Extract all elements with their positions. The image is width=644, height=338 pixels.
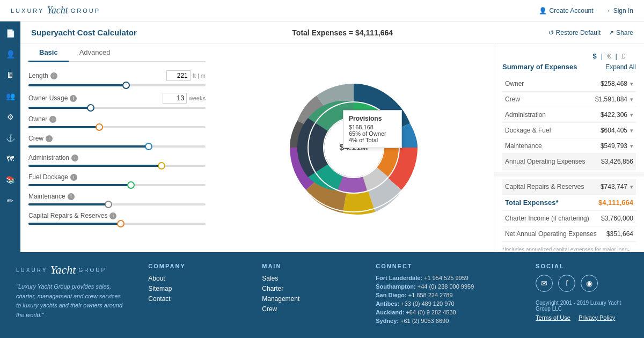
sidebar-icon-calculator[interactable]: 🖩 xyxy=(4,69,17,82)
footer-connect-locations: Fort Lauderdale: +1 954 525 9959Southamp… xyxy=(376,275,514,324)
currency-gbp[interactable]: £ xyxy=(621,52,625,60)
slider-thumb-6[interactable] xyxy=(105,201,112,208)
create-account-label: Create Account xyxy=(550,7,594,14)
slider-row-2: Owner i xyxy=(28,115,206,128)
summary-row-value-3: $604,405 xyxy=(601,127,627,134)
summary-chevron-icon-0[interactable]: ▾ xyxy=(630,80,633,87)
summary-row-value-0: $258,468 xyxy=(601,80,627,87)
chart-tooltip: Provisions $168,168 65% of Owner 4% of T… xyxy=(343,110,402,148)
connect-city-2: San Diego: xyxy=(376,292,406,298)
slider-row-4: Administration i xyxy=(28,154,206,167)
currency-usd[interactable]: $ xyxy=(593,52,597,60)
info-icon-6[interactable]: i xyxy=(68,193,75,200)
slider-thumb-5[interactable] xyxy=(127,181,135,189)
info-icon-7[interactable]: i xyxy=(109,212,116,219)
email-icon[interactable]: ✉ xyxy=(536,275,553,292)
slider-thumb-4[interactable] xyxy=(158,162,165,170)
slider-track-7[interactable] xyxy=(28,223,206,225)
summary-header: Summary of Expenses Expand All xyxy=(502,63,636,71)
create-account-button[interactable]: 👤 Create Account xyxy=(539,7,594,14)
slider-track-3[interactable] xyxy=(28,145,206,148)
connect-location-3: Antibes: +33 (0) 489 120 970 xyxy=(376,300,514,307)
footer-company-link-2[interactable]: Contact xyxy=(148,295,240,303)
summary-row-label-1: Crew xyxy=(505,95,520,103)
total-label: Total Expenses* xyxy=(505,199,558,207)
currency-row: $ | € | £ xyxy=(502,49,636,63)
currency-eur[interactable]: € xyxy=(607,52,611,60)
summary-row-value-1: $1,591,884 xyxy=(595,95,627,103)
summary-row-value-4: $549,793 xyxy=(601,142,627,150)
sidebar-icon-anchor[interactable]: ⚓ xyxy=(4,131,17,144)
sidebar-icon-edit[interactable]: ✏ xyxy=(4,194,17,207)
footer-logo-group: GROUP xyxy=(78,267,106,273)
summary-chevron-icon-4[interactable]: ▾ xyxy=(630,143,633,150)
share-icon: ↗ xyxy=(609,29,614,36)
slider-thumb-2[interactable] xyxy=(96,123,103,131)
tooltip-pct-owner: 65% of Owner xyxy=(349,130,396,137)
tooltip-pct-total: 4% of Total xyxy=(349,137,396,143)
slider-label-2: Owner xyxy=(28,115,47,123)
charter-value: $3,760,000 xyxy=(601,215,633,222)
slider-label-6: Maintenance xyxy=(28,193,65,200)
slider-thumb-0[interactable] xyxy=(122,82,130,89)
info-icon-0[interactable]: i xyxy=(50,72,57,79)
slider-thumb-7[interactable] xyxy=(117,220,125,227)
sidebar-icon-map[interactable]: 🗺 xyxy=(4,152,17,165)
top-header: LUXURY Yacht GROUP 👤 Create Account → Si… xyxy=(0,0,644,21)
sign-in-button[interactable]: → Sign In xyxy=(604,7,633,14)
capital-chevron-icon[interactable]: ▾ xyxy=(630,183,633,190)
info-icon-2[interactable]: i xyxy=(49,116,56,123)
privacy-policy-link[interactable]: Privacy Policy xyxy=(579,314,615,321)
info-icon-4[interactable]: i xyxy=(71,155,78,161)
expand-all-button[interactable]: Expand All xyxy=(605,63,636,71)
connect-phone-3: +33 (0) 489 120 970 xyxy=(401,300,454,307)
terms-of-use-link[interactable]: Terms of Use xyxy=(536,314,570,321)
footer-legal: Terms of Use Privacy Policy xyxy=(536,314,628,321)
slider-track-6[interactable] xyxy=(28,203,206,205)
sidebar-icon-person[interactable]: 👤 xyxy=(4,48,17,61)
slider-track-0[interactable] xyxy=(28,84,206,86)
person-add-icon: 👤 xyxy=(539,7,547,14)
footer-main-link-3[interactable]: Crew xyxy=(262,305,354,313)
tab-advanced[interactable]: Advanced xyxy=(69,44,121,62)
connect-phone-2: +1 858 224 2789 xyxy=(408,292,453,298)
footer-company-title: COMPANY xyxy=(148,263,240,269)
summary-chevron-icon-2[interactable]: ▾ xyxy=(630,112,633,119)
slider-track-1[interactable] xyxy=(28,107,206,109)
info-icon-3[interactable]: i xyxy=(46,135,53,142)
footer-company-link-1[interactable]: Sitemap xyxy=(148,285,240,292)
info-icon-5[interactable]: i xyxy=(70,174,77,181)
instagram-icon[interactable]: ◉ xyxy=(581,275,598,292)
share-button[interactable]: ↗ Share xyxy=(609,29,633,36)
slider-row-5: Fuel Dockage i xyxy=(28,173,206,186)
slider-input-0[interactable] xyxy=(166,70,191,81)
sidebar-icon-users[interactable]: 👥 xyxy=(4,90,17,102)
summary-chevron-icon-1[interactable]: ▾ xyxy=(630,96,633,103)
restore-default-button[interactable]: ↺ Restore Default xyxy=(548,29,601,36)
slider-fill-5 xyxy=(28,184,131,186)
info-icon-1[interactable]: i xyxy=(70,95,77,102)
sidebar-icon-helm[interactable]: ⚙ xyxy=(4,111,17,123)
chart-panel: $4.11M Provisions $168,168 65% of Owner … xyxy=(214,44,494,251)
slider-input-1[interactable] xyxy=(163,93,187,104)
footer-main-link-0[interactable]: Sales xyxy=(262,275,354,282)
footer-main-link-2[interactable]: Management xyxy=(262,295,354,303)
summary-chevron-icon-3[interactable]: ▾ xyxy=(630,127,633,134)
footer-company-link-0[interactable]: About xyxy=(148,275,240,282)
slider-thumb-1[interactable] xyxy=(87,104,94,112)
sidebar-icon-document[interactable]: 📄 xyxy=(4,27,17,40)
slider-track-2[interactable] xyxy=(28,126,206,128)
connect-location-5: Sydney: +61 (2) 9053 6690 xyxy=(376,318,514,324)
tab-basic[interactable]: Basic xyxy=(28,44,69,62)
footer-logo-yacht: Yacht xyxy=(50,263,76,277)
facebook-icon[interactable]: f xyxy=(558,275,575,292)
footer-main-link-1[interactable]: Charter xyxy=(262,285,354,292)
sidebar: 📄 👤 🖩 👥 ⚙ ⚓ 🗺 📚 ✏ xyxy=(0,21,20,252)
slider-track-5[interactable] xyxy=(28,184,206,186)
slider-fill-0 xyxy=(28,84,126,86)
footer-tagline: "Luxury Yacht Group provides sales, char… xyxy=(16,282,127,320)
tooltip-title: Provisions xyxy=(349,115,396,122)
sidebar-icon-book[interactable]: 📚 xyxy=(4,173,17,186)
slider-track-4[interactable] xyxy=(28,165,206,167)
slider-thumb-3[interactable] xyxy=(145,143,152,150)
